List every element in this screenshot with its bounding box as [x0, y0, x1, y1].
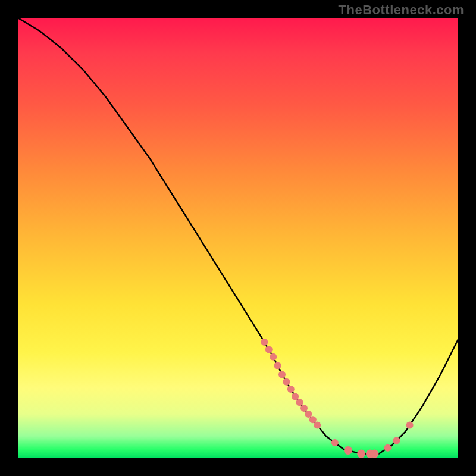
- data-point: [283, 378, 290, 386]
- data-point: [278, 371, 286, 378]
- data-point: [305, 411, 312, 418]
- chart-container: TheBottleneck.com: [0, 0, 476, 476]
- data-point: [300, 405, 308, 412]
- chart-svg: [18, 18, 458, 458]
- data-point: [314, 422, 321, 429]
- data-point: [287, 386, 295, 393]
- watermark-text: TheBottleneck.com: [339, 2, 464, 18]
- data-point: [406, 422, 414, 429]
- data-point: [274, 362, 281, 369]
- plot-area: [18, 18, 458, 458]
- data-point: [384, 444, 392, 452]
- data-point: [344, 446, 352, 455]
- data-point: [357, 450, 365, 458]
- data-point: [393, 437, 400, 444]
- data-point: [292, 393, 299, 400]
- data-point: [265, 346, 273, 353]
- data-point: [270, 353, 277, 361]
- data-point: [370, 450, 378, 458]
- data-point: [331, 439, 339, 446]
- data-point: [296, 399, 303, 406]
- bottleneck-curve: [18, 18, 458, 454]
- data-point: [261, 339, 268, 346]
